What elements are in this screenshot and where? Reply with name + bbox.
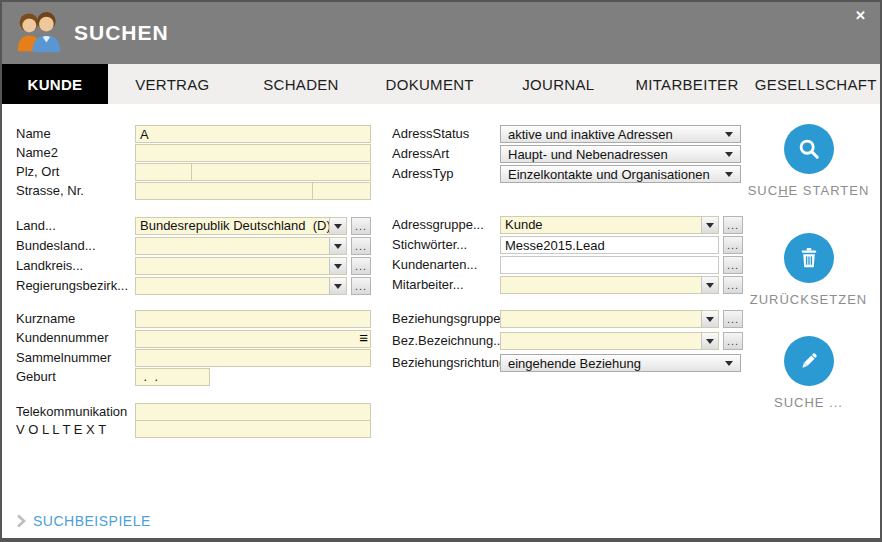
tab-schaden[interactable]: SCHADEN xyxy=(237,64,366,104)
suche-starten-button[interactable]: SUCHE STARTEN xyxy=(747,124,870,198)
kundenarten-label: Kundenarten... xyxy=(392,256,500,274)
telekommunikation-label: Telekommunikation xyxy=(16,403,135,421)
kundenarten-row: Kundenarten... ... xyxy=(392,256,744,274)
kundennummer-input[interactable] xyxy=(135,330,371,348)
mitarbeiter-label: Mitarbeiter... xyxy=(392,276,500,294)
beziehungsrichtung-row: Beziehungsrichtung eingehende Beziehung xyxy=(392,354,744,372)
beziehungsrichtung-dropdown[interactable]: eingehende Beziehung xyxy=(500,354,741,372)
adressgruppe-more-button[interactable]: ... xyxy=(723,216,743,234)
hausnummer-input[interactable] xyxy=(312,182,371,200)
landkreis-more-button[interactable]: ... xyxy=(351,257,371,275)
tab-kunde[interactable]: KUNDE xyxy=(2,64,108,104)
chevron-down-icon[interactable] xyxy=(329,218,346,234)
mitarbeiter-more-button[interactable]: ... xyxy=(723,276,743,294)
chevron-down-icon[interactable] xyxy=(329,278,346,294)
right-form-column: AdressStatus aktive und inaktive Adresse… xyxy=(392,104,744,373)
ort-input[interactable] xyxy=(191,163,371,181)
volltext-label: V O L L T E X T xyxy=(16,421,135,439)
kundennummer-row: Kundennummer ≡ xyxy=(16,329,378,348)
sammelnummer-label: Sammelnummer xyxy=(16,349,135,367)
bez-bezeichnung-label: Bez.Bezeichnung... xyxy=(392,332,500,350)
regierungsbezirk-combo[interactable] xyxy=(135,277,347,295)
action-button-column: SUCHE STARTEN ZURÜCKSETZEN xyxy=(747,104,870,540)
bundesland-more-button[interactable]: ... xyxy=(351,237,371,255)
land-more-button[interactable]: ... xyxy=(351,217,371,235)
chevron-down-icon[interactable] xyxy=(701,217,718,233)
suche-bearbeiten-button[interactable]: SUCHE ... xyxy=(747,336,870,410)
kurzname-input[interactable] xyxy=(135,310,371,328)
zuruecksetzen-label: ZURÜCKSETZEN xyxy=(747,292,870,307)
bez-bezeichnung-more-button[interactable]: ... xyxy=(723,332,743,350)
beziehungsgruppe-combo[interactable] xyxy=(500,310,719,328)
mitarbeiter-row: Mitarbeiter... ... xyxy=(392,276,744,294)
sammelnummer-input[interactable] xyxy=(135,349,371,367)
telekommunikation-input[interactable] xyxy=(135,403,371,421)
bez-bezeichnung-combo[interactable] xyxy=(500,332,719,350)
beziehungsrichtung-label: Beziehungsrichtung xyxy=(392,354,500,372)
name-row: Name xyxy=(16,125,378,143)
adressart-label: AdressArt xyxy=(392,145,500,163)
regierungsbezirk-more-button[interactable]: ... xyxy=(351,277,371,295)
plz-ort-row: Plz, Ort xyxy=(16,163,378,181)
adressgruppe-label: Adressgruppe... xyxy=(392,216,500,234)
geburt-label: Geburt xyxy=(16,368,135,386)
chevron-down-icon[interactable] xyxy=(329,258,346,274)
search-icon[interactable] xyxy=(784,124,834,174)
name2-label: Name2 xyxy=(16,144,135,162)
menu-icon[interactable]: ≡ xyxy=(359,329,368,347)
dialog-header: SUCHEN ✕ xyxy=(2,2,880,64)
tab-mitarbeiter[interactable]: MITARBEITER xyxy=(623,64,752,104)
plz-ort-label: Plz, Ort xyxy=(16,163,135,181)
tab-journal[interactable]: JOURNAL xyxy=(494,64,623,104)
chevron-down-icon[interactable] xyxy=(701,277,718,293)
geburt-date-input[interactable] xyxy=(135,368,210,386)
bundesland-label: Bundesland... xyxy=(16,237,135,255)
name2-input[interactable] xyxy=(135,144,371,162)
stichwoerter-input[interactable] xyxy=(500,236,719,254)
landkreis-combo[interactable] xyxy=(135,257,347,275)
strasse-input[interactable] xyxy=(135,182,313,200)
name-input[interactable] xyxy=(135,125,371,143)
chevron-right-icon xyxy=(16,514,26,528)
adresstyp-dropdown[interactable]: Einzelkontakte und Organisationen xyxy=(500,165,741,183)
suchbeispiele-link[interactable]: SUCHBEISPIELE xyxy=(16,513,151,529)
land-combo[interactable]: Bundesrepublik Deutschland (D) xyxy=(135,217,347,235)
adressstatus-label: AdressStatus xyxy=(392,125,500,143)
bundesland-combo[interactable] xyxy=(135,237,347,255)
zuruecksetzen-button[interactable]: ZURÜCKSETZEN xyxy=(747,233,870,307)
kundenarten-more-button[interactable]: ... xyxy=(723,256,743,274)
search-form: Name Name2 Plz, Ort Strasse, Nr. xyxy=(2,104,880,540)
beziehungsgruppe-row: Beziehungsgruppe... ... xyxy=(392,310,744,328)
close-icon[interactable]: ✕ xyxy=(855,7,866,25)
contacts-people-icon xyxy=(15,9,63,57)
adressgruppe-combo[interactable]: Kunde xyxy=(500,216,719,234)
dialog-title: SUCHEN xyxy=(74,21,169,45)
stichwoerter-more-button[interactable]: ... xyxy=(723,236,743,254)
chevron-down-icon[interactable] xyxy=(701,311,718,327)
volltext-row: V O L L T E X T xyxy=(16,421,378,439)
suchbeispiele-label: SUCHBEISPIELE xyxy=(33,513,151,529)
tab-vertrag[interactable]: VERTRAG xyxy=(108,64,237,104)
kundenarten-input[interactable] xyxy=(500,256,719,274)
kurzname-row: Kurzname xyxy=(16,310,378,328)
adresstyp-label: AdressTyp xyxy=(392,165,500,183)
chevron-down-icon[interactable] xyxy=(701,333,718,349)
name2-row: Name2 xyxy=(16,144,378,162)
tab-gesellschaft[interactable]: GESELLSCHAFT xyxy=(751,64,880,104)
pencil-icon[interactable] xyxy=(784,336,834,386)
adressstatus-dropdown[interactable]: aktive und inaktive Adressen xyxy=(500,125,741,143)
adressart-dropdown[interactable]: Haupt- und Nebenadressen xyxy=(500,145,741,163)
chevron-down-icon[interactable] xyxy=(329,238,346,254)
suche-starten-label: SUCHE STARTEN xyxy=(747,183,870,198)
landkreis-label: Landkreis... xyxy=(16,257,135,275)
mitarbeiter-combo[interactable] xyxy=(500,276,719,294)
plz-input[interactable] xyxy=(135,163,192,181)
land-label: Land... xyxy=(16,217,135,235)
landkreis-row: Landkreis... ... xyxy=(16,257,378,275)
volltext-input[interactable] xyxy=(135,420,371,438)
left-form-column: Name Name2 Plz, Ort Strasse, Nr. xyxy=(16,104,378,440)
tab-dokument[interactable]: DOKUMENT xyxy=(365,64,494,104)
trash-icon[interactable] xyxy=(784,233,834,283)
beziehungsgruppe-more-button[interactable]: ... xyxy=(723,310,743,328)
tab-bar: KUNDE VERTRAG SCHADEN DOKUMENT JOURNAL M… xyxy=(2,64,880,104)
